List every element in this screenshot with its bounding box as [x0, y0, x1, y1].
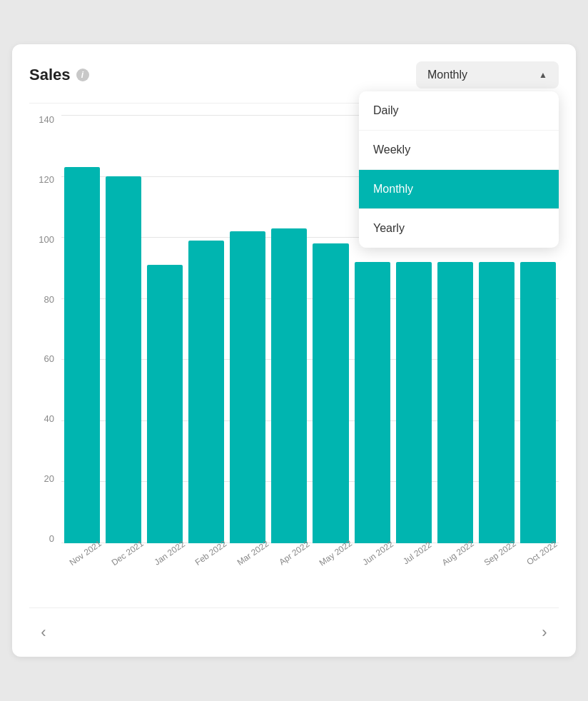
y-axis-label: 120 — [29, 175, 54, 184]
bar-col — [313, 115, 348, 543]
dropdown-arrow-icon: ▲ — [539, 70, 547, 80]
info-icon[interactable]: i — [76, 69, 89, 81]
dropdown-option[interactable]: Weekly — [359, 131, 559, 170]
card-footer: ‹ › — [29, 607, 559, 657]
y-axis: 020406080100120140 — [29, 115, 54, 543]
bar[interactable] — [106, 176, 141, 543]
bar[interactable] — [396, 262, 432, 543]
dropdown-menu: DailyWeeklyMonthlyYearly — [359, 91, 559, 248]
dropdown-option[interactable]: Monthly — [359, 170, 559, 209]
bar[interactable] — [188, 241, 224, 543]
bar[interactable] — [355, 262, 390, 543]
y-axis-label: 40 — [29, 414, 54, 423]
y-axis-label: 100 — [29, 235, 54, 244]
period-dropdown[interactable]: Monthly ▲ — [416, 61, 559, 89]
next-icon: › — [542, 623, 547, 642]
bar-col — [188, 115, 224, 543]
bar-col — [64, 115, 100, 543]
card-header: Sales i Monthly ▲ DailyWeeklyMonthlyYear… — [29, 61, 559, 89]
x-axis-label: Jul 2022 — [401, 540, 433, 566]
bar[interactable] — [230, 231, 265, 543]
y-axis-label: 0 — [29, 534, 54, 543]
prev-icon: ‹ — [41, 623, 46, 642]
sales-card: Sales i Monthly ▲ DailyWeeklyMonthlyYear… — [12, 44, 576, 657]
dropdown-selected-label: Monthly — [427, 69, 467, 81]
bar[interactable] — [147, 265, 183, 543]
bar[interactable] — [64, 167, 100, 543]
prev-button[interactable]: ‹ — [29, 618, 58, 647]
card-title: Sales — [29, 66, 71, 84]
y-axis-label: 20 — [29, 474, 54, 483]
bar[interactable] — [479, 262, 514, 543]
dropdown-option[interactable]: Yearly — [359, 209, 559, 248]
y-axis-label: 80 — [29, 295, 54, 304]
bar[interactable] — [313, 243, 348, 543]
dropdown-wrapper: Monthly ▲ DailyWeeklyMonthlyYearly — [416, 61, 559, 89]
dropdown-option[interactable]: Daily — [359, 91, 559, 131]
y-axis-label: 140 — [29, 115, 54, 124]
bar[interactable] — [520, 262, 556, 543]
title-area: Sales i — [29, 66, 89, 84]
bar-col — [230, 115, 265, 543]
bar-col — [106, 115, 141, 543]
bar[interactable] — [271, 228, 307, 543]
bar-col — [271, 115, 307, 543]
bar-col — [147, 115, 183, 543]
x-labels: Nov 2021Dec 2021Jan 2022Feb 2022Mar 2022… — [61, 543, 559, 559]
next-button[interactable]: › — [530, 618, 559, 647]
y-axis-label: 60 — [29, 354, 54, 363]
bar[interactable] — [437, 262, 473, 543]
